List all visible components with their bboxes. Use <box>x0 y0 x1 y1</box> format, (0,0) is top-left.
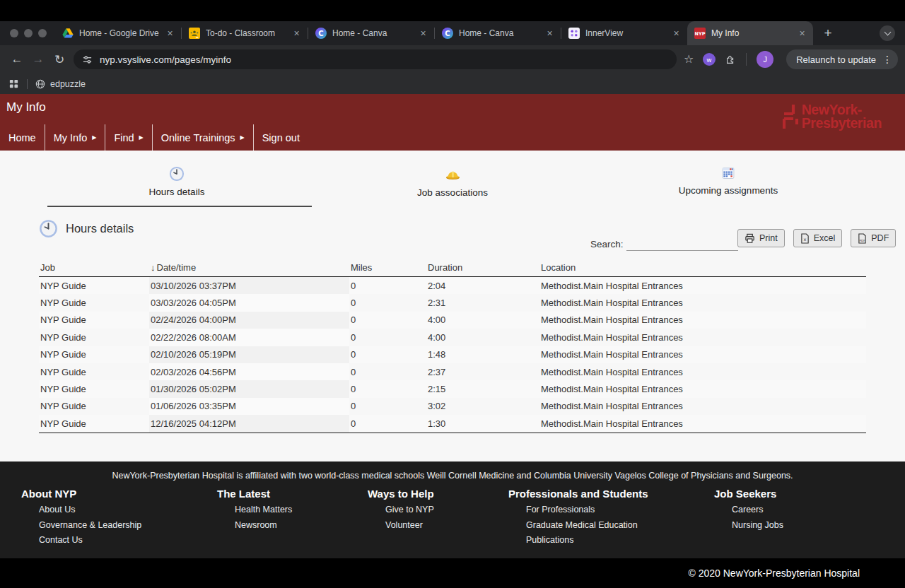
footer-column-the-latest: The LatestHealth MattersNewsroom <box>217 488 292 535</box>
browser-tab-active[interactable]: NYPMy Info× <box>687 21 813 45</box>
browser-menu-icon[interactable]: ⋮ <box>882 54 892 65</box>
cell-job: NYP Guide <box>39 329 149 346</box>
copyright-bar: © 2020 NewYork-Presbyterian Hospital <box>0 558 905 588</box>
nav-item-online-trainings[interactable]: Online Trainings▶ <box>153 124 253 151</box>
submenu-arrow-icon: ▶ <box>92 134 96 141</box>
cell-job: NYP Guide <box>39 312 149 329</box>
footer-link[interactable]: Publications <box>526 535 648 545</box>
purple-ext-icon[interactable]: w <box>702 52 716 66</box>
tab-close-icon[interactable]: × <box>165 28 175 39</box>
browser-tab[interactable]: CHome - Canva× <box>435 21 561 45</box>
tab-title: To-do - Classroom <box>206 28 286 38</box>
table-row[interactable]: NYP Guide01/06/2026 03:35PM03:02Methodis… <box>39 398 866 415</box>
browser-tab[interactable]: InnerView× <box>561 21 687 45</box>
column-header-location[interactable]: Location <box>539 262 866 273</box>
nav-item-find[interactable]: Find▶ <box>105 124 151 151</box>
relaunch-to-update-button[interactable]: Relaunch to update ⋮ <box>786 49 898 69</box>
browser-tab[interactable]: To-do - Classroom× <box>182 21 308 45</box>
table-row[interactable]: NYP Guide02/22/2026 08:00AM04:00Methodis… <box>39 329 866 346</box>
table-row[interactable]: NYP Guide02/24/2026 04:00PM04:00Methodis… <box>39 312 866 329</box>
tab-close-icon[interactable]: × <box>291 28 302 39</box>
print-button[interactable]: Print <box>737 229 785 247</box>
bookmark-edpuzzle[interactable]: edpuzzle <box>35 79 86 89</box>
relaunch-label: Relaunch to update <box>796 54 876 65</box>
view-tab-hours-details[interactable]: Hours details <box>39 158 315 207</box>
tab-close-icon[interactable]: × <box>418 28 428 39</box>
window-zoom-button[interactable] <box>38 29 47 37</box>
footer-link[interactable]: Volunteer <box>385 520 434 530</box>
back-button[interactable]: ← <box>7 49 27 69</box>
toolbar-separator <box>746 53 747 66</box>
view-tab-job-associations[interactable]: Job associations <box>315 158 590 207</box>
tab-search-button[interactable] <box>880 25 895 41</box>
browser-tab[interactable]: CHome - Canva× <box>308 21 434 45</box>
column-header-date-time[interactable]: ↓Date/time <box>149 262 349 273</box>
cell-date-time: 02/10/2026 05:19PM <box>149 346 349 363</box>
column-header-miles[interactable]: Miles <box>349 262 426 273</box>
nav-item-sign-out[interactable]: Sign out <box>254 124 308 151</box>
nav-label: Find <box>114 132 134 143</box>
table-row[interactable]: NYP Guide02/10/2026 05:19PM01:48Methodis… <box>39 346 866 363</box>
column-header-duration[interactable]: Duration <box>426 262 539 273</box>
browser-tab[interactable]: Home - Google Drive× <box>55 21 181 45</box>
tab-close-icon[interactable]: × <box>797 28 807 39</box>
hours-table: Job↓Date/timeMilesDurationLocation NYP G… <box>39 262 866 433</box>
nav-item-my-info[interactable]: My Info▶ <box>45 124 105 151</box>
profile-avatar[interactable]: J <box>757 51 773 68</box>
table-row[interactable]: NYP Guide02/03/2026 04:56PM02:37Methodis… <box>39 363 866 380</box>
cell-duration: 1:30 <box>426 415 539 432</box>
footer-link[interactable]: Graduate Medical Education <box>526 520 648 530</box>
excel-button[interactable]: xExcel <box>793 229 843 247</box>
footer-heading: Ways to Help <box>368 488 434 500</box>
tab-close-icon[interactable]: × <box>544 28 555 39</box>
nav-item-home[interactable]: Home <box>0 124 45 151</box>
footer-column-ways-to-help: Ways to HelpGive to NYPVolunteer <box>368 488 434 535</box>
reload-button[interactable]: ↻ <box>49 49 69 69</box>
nyp-logo-text: NewYork- Presbyterian <box>802 103 882 130</box>
cell-location: Methodist.Main Hospital Entrances <box>539 329 866 346</box>
window-controls <box>0 29 55 37</box>
forward-button[interactable]: → <box>28 49 48 69</box>
table-row[interactable]: NYP Guide12/16/2025 04:12PM01:30Methodis… <box>39 415 866 432</box>
footer-link[interactable]: For Professionals <box>526 505 648 514</box>
sort-desc-icon: ↓ <box>151 262 156 273</box>
address-bar[interactable]: nyp.vsyslive.com/pages/myinfo <box>74 49 677 69</box>
hard-hat-icon <box>445 166 461 182</box>
cell-job: NYP Guide <box>39 398 149 415</box>
cell-date-time: 02/22/2026 08:00AM <box>149 329 349 346</box>
view-tab-label: Job associations <box>417 187 488 198</box>
footer-link[interactable]: Newsroom <box>235 520 292 530</box>
cell-date-time: 12/16/2025 04:12PM <box>149 415 349 432</box>
column-header-job[interactable]: Job <box>39 262 149 273</box>
table-row[interactable]: NYP Guide03/10/2026 03:37PM02:04Methodis… <box>39 277 866 294</box>
browser-tab-strip: Home - Google Drive×To-do - Classroom×CH… <box>0 21 905 45</box>
footer-link[interactable]: Governance & Leadership <box>39 520 141 530</box>
footer-link[interactable]: Health Matters <box>235 505 292 514</box>
calendar-icon <box>721 166 735 180</box>
table-header-row: Job↓Date/timeMilesDurationLocation <box>39 262 866 277</box>
footer-link[interactable]: About Us <box>39 505 141 514</box>
cell-location: Methodist.Main Hospital Entrances <box>539 398 866 415</box>
cell-job: NYP Guide <box>39 363 149 380</box>
site-info-icon[interactable] <box>82 54 93 65</box>
table-row[interactable]: NYP Guide03/03/2026 04:05PM02:31Methodis… <box>39 294 866 311</box>
tab-close-icon[interactable]: × <box>671 28 682 39</box>
window-minimize-button[interactable] <box>24 29 33 37</box>
cell-duration: 2:37 <box>426 363 539 380</box>
puzzle-icon[interactable] <box>725 54 736 65</box>
cell-date-time: 02/03/2026 04:56PM <box>149 363 349 380</box>
footer-link[interactable]: Careers <box>732 505 783 514</box>
search-label: Search: <box>590 239 624 251</box>
bookmarks-bar: edpuzzle <box>0 74 905 94</box>
table-row[interactable]: NYP Guide01/30/2026 05:02PM02:15Methodis… <box>39 380 866 397</box>
new-tab-button[interactable]: + <box>819 24 837 42</box>
pdf-button[interactable]: PDFPDF <box>851 229 896 247</box>
search-input[interactable] <box>626 237 738 251</box>
footer-link[interactable]: Nursing Jobs <box>732 520 783 530</box>
view-tab-upcoming-assignments[interactable]: Upcoming assignments <box>590 158 866 207</box>
footer-link[interactable]: Give to NYP <box>385 505 434 514</box>
window-close-button[interactable] <box>10 29 18 37</box>
footer-link[interactable]: Contact Us <box>39 535 141 545</box>
cell-duration: 2:15 <box>426 380 539 397</box>
apps-grid-icon[interactable] <box>8 78 19 89</box>
